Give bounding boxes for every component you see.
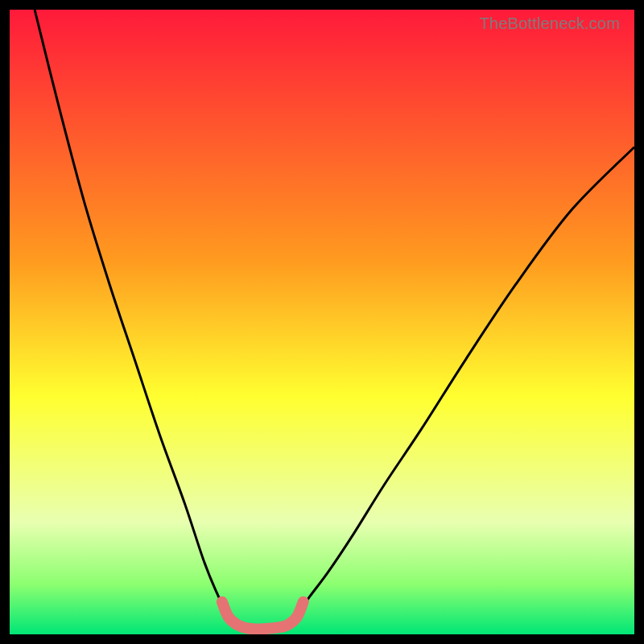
watermark-text: TheBottleneck.com <box>479 14 620 33</box>
gradient-background <box>10 10 634 634</box>
chart-frame: TheBottleneck.com <box>10 10 634 634</box>
chart-svg <box>10 10 634 634</box>
